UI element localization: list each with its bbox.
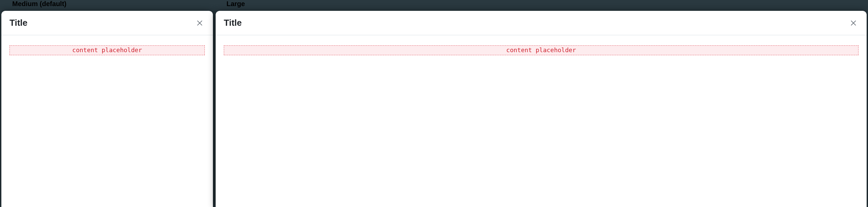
content-placeholder: content placeholder	[9, 45, 205, 55]
content-placeholder: content placeholder	[224, 45, 859, 55]
dialog-body: content placeholder	[1, 35, 213, 207]
variant-label-large: Large	[214, 0, 868, 11]
dialog-title: Title	[9, 18, 27, 28]
dialog-header: Title	[1, 11, 213, 35]
close-icon	[850, 19, 857, 27]
variant-medium: Medium (default) Title content placehold…	[0, 0, 214, 207]
close-button[interactable]	[195, 18, 205, 28]
variant-label-medium: Medium (default)	[0, 0, 214, 11]
variant-label-text: Large	[226, 0, 245, 8]
variant-label-text: Medium (default)	[12, 0, 66, 8]
close-icon	[196, 19, 203, 27]
dialog-body: content placeholder	[216, 35, 867, 207]
dialog-header: Title	[216, 11, 867, 35]
dialog-medium: Title content placeholder	[1, 11, 213, 207]
close-button[interactable]	[848, 18, 859, 28]
dialog-large: Title content placeholder	[216, 11, 867, 207]
dialog-title: Title	[224, 18, 242, 28]
variant-large: Large Title content placeholder	[214, 0, 868, 207]
